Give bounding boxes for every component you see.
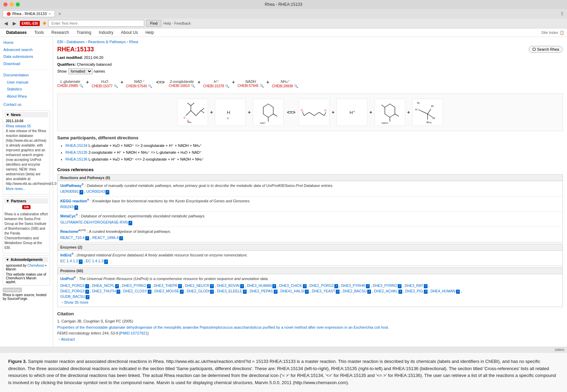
gudb-link[interactable]: GUDB_BACSU bbox=[60, 294, 85, 299]
format-select[interactable]: formatted plain bbox=[68, 68, 93, 74]
new-tab-button[interactable]: + bbox=[56, 10, 63, 17]
maximize-button[interactable] bbox=[16, 2, 20, 7]
nav-databases[interactable]: Databases bbox=[3, 28, 30, 37]
chebi-link[interactable]: CHEBI:28938 bbox=[272, 84, 293, 88]
sidebar-about-rhea[interactable]: About Rhea bbox=[0, 93, 53, 100]
protein-link[interactable]: DHE2_PORG3 bbox=[60, 289, 85, 293]
partners-header[interactable]: ▼ Partners bbox=[4, 198, 48, 204]
protein-link[interactable]: DHE41_HALSI bbox=[280, 289, 304, 293]
back-button[interactable]: ◀ bbox=[3, 20, 9, 27]
metacyc-link[interactable]: GLUTAMATE-DEHYDROGENASE-RXN bbox=[60, 220, 128, 224]
breadcrumb-databases[interactable]: Databases bbox=[67, 40, 85, 44]
nav-about-us[interactable]: About Us bbox=[118, 28, 141, 37]
unipathway-uer[interactable]: UER00591 bbox=[60, 189, 79, 193]
binocular-icon[interactable]: 🔍 bbox=[79, 84, 83, 88]
window-controls[interactable] bbox=[3, 2, 20, 7]
reactome-link1[interactable]: REACT_710.4 bbox=[60, 236, 85, 240]
nav-research[interactable]: Research bbox=[48, 28, 72, 37]
chebi-link[interactable]: CHEBI:57945 bbox=[237, 84, 258, 88]
protein-link[interactable]: DHE2_ACHKL bbox=[374, 289, 398, 293]
forward-button[interactable]: ▶ bbox=[11, 20, 18, 27]
abstract-link[interactable]: →Abstract bbox=[57, 337, 75, 341]
chebi-link[interactable]: CHEBI:16810 bbox=[169, 84, 190, 88]
intenz-ec2[interactable]: EC 1.4.1.3 bbox=[86, 259, 103, 263]
pmid-link[interactable]: PMID:15727821 bbox=[120, 331, 148, 335]
ack-header[interactable]: ▼ Acknowledgements bbox=[4, 257, 48, 262]
protein-link[interactable]: DHE2_PEPAS bbox=[250, 289, 273, 293]
unipathway-ucr[interactable]: UCR00243 bbox=[86, 189, 105, 193]
breadcrumb-ebi[interactable]: EBI bbox=[57, 40, 63, 44]
rhea-15136-link[interactable]: RHEA:15136 bbox=[65, 157, 87, 161]
reactome-link2[interactable]: REACT_1896.4 bbox=[92, 236, 119, 240]
protein-link[interactable]: DHE3_RAT bbox=[405, 283, 423, 288]
show-more-link[interactable]: →Show 35 more bbox=[60, 300, 88, 304]
protein-link[interactable]: DHE3_PIG bbox=[405, 289, 423, 293]
citation-article-link[interactable]: Properties of the thermostable glutamate… bbox=[57, 325, 389, 329]
breadcrumb-rhea[interactable]: Rhea bbox=[129, 40, 138, 44]
breadcrumb-reactions[interactable]: Reactions & Pathways bbox=[88, 40, 126, 44]
chebi-link[interactable]: CHEBI:15377 bbox=[91, 84, 112, 88]
unipathway-name[interactable]: UniPathway bbox=[60, 183, 82, 187]
nav-industry[interactable]: Industry bbox=[95, 28, 117, 37]
sidebar-home[interactable]: Home bbox=[0, 39, 53, 46]
protein-link[interactable]: DHEA_NICPL bbox=[92, 283, 114, 288]
protein-link[interactable]: DHE3_CHICK bbox=[279, 283, 302, 288]
binocular-icon[interactable]: 🔍 bbox=[114, 84, 118, 88]
protein-link[interactable]: DHE3_MOUSE bbox=[155, 289, 179, 293]
protein-link[interactable]: DHE3_HUMAN bbox=[247, 283, 272, 288]
chebi-link[interactable]: CHEBI:15378 bbox=[203, 84, 224, 88]
protein-link[interactable]: DHE4_HUMAN bbox=[430, 289, 455, 293]
binocular-icon[interactable]: 🔍 bbox=[260, 84, 264, 88]
protein-link[interactable]: DHE2_THUTH bbox=[92, 289, 115, 293]
rhea-15134-link[interactable]: RHEA:15134 bbox=[65, 143, 87, 148]
share-icon[interactable]: ⇧ bbox=[560, 11, 564, 16]
intenz-name[interactable]: IntEnz bbox=[60, 253, 72, 257]
uniprot-name[interactable]: UniProt bbox=[60, 277, 74, 281]
sidebar-contact-us[interactable]: Contact us bbox=[0, 101, 53, 108]
protein-link[interactable]: DHE2_GLODI bbox=[187, 289, 210, 293]
find-button[interactable]: Find bbox=[146, 20, 161, 27]
kegg-link[interactable]: R00243 bbox=[60, 205, 74, 209]
reactome-name[interactable]: Reactome bbox=[60, 229, 78, 233]
protein-link[interactable]: DHE3_PYRRO bbox=[373, 283, 397, 288]
close-button[interactable] bbox=[3, 2, 8, 7]
kegg-name[interactable]: KEGG reaction bbox=[60, 199, 87, 203]
binocular-icon[interactable]: 🔍 bbox=[294, 84, 298, 88]
protein-link[interactable]: DHE2_BACSU bbox=[343, 289, 367, 293]
browser-tab[interactable]: 🔴 Rhea - RHEA:15133 ✕ bbox=[3, 10, 55, 17]
binocular-icon[interactable]: 🔍 bbox=[225, 84, 229, 88]
nav-tools[interactable]: Tools bbox=[31, 28, 47, 37]
protein-link[interactable]: DHE2_PORG3 bbox=[309, 283, 334, 288]
rhea-15135-link[interactable]: RHEA:15135 bbox=[65, 150, 87, 154]
protein-link[interactable]: DHE2_CLOSY bbox=[123, 289, 147, 293]
nav-help[interactable]: Help bbox=[142, 28, 157, 37]
chemaxon-logo[interactable]: ChemAxon bbox=[27, 264, 44, 267]
protein-link[interactable]: DHE3_BOVIN bbox=[217, 283, 240, 288]
protein-link[interactable]: DHE3_PORG3 bbox=[60, 283, 85, 288]
binocular-icon[interactable]: 🔍 bbox=[191, 84, 195, 88]
more-news-link[interactable]: More news... bbox=[6, 186, 47, 191]
search-rhea-button[interactable]: Search Rhea bbox=[529, 46, 563, 53]
sidebar-download[interactable]: Download bbox=[0, 60, 53, 67]
tab-close-icon[interactable]: ✕ bbox=[48, 12, 51, 16]
sidebar-statistics[interactable]: Statistics bbox=[0, 86, 53, 93]
chebi-link[interactable]: CHEBI:57540 bbox=[126, 84, 147, 88]
protein-link[interactable]: DHE3_THEPR bbox=[153, 283, 177, 288]
sidebar-data-submissions[interactable]: Data submissions bbox=[0, 53, 53, 60]
minimize-button[interactable] bbox=[10, 2, 14, 7]
metacyc-name[interactable]: MetaCyc bbox=[60, 214, 76, 218]
chebi-link[interactable]: CHEBI:29985 bbox=[57, 84, 78, 88]
news-title-link[interactable]: Rhea release 55 bbox=[6, 124, 47, 129]
address-input[interactable] bbox=[48, 20, 144, 27]
sidebar-advanced-search[interactable]: Advanced search bbox=[0, 46, 53, 53]
sidebar-user-manual[interactable]: User manual bbox=[0, 79, 53, 86]
sidebar-documentation[interactable]: Documentation bbox=[0, 72, 53, 79]
protein-link[interactable]: DHE2_NEUCR bbox=[185, 283, 209, 288]
protein-link[interactable]: DHE3_PYRKO bbox=[122, 283, 146, 288]
binocular-icon[interactable]: 🔍 bbox=[148, 84, 152, 88]
protein-link[interactable]: DHE3_ELEELE bbox=[217, 289, 242, 293]
protein-link[interactable]: DHE3_YEAST bbox=[312, 289, 335, 293]
protein-link[interactable]: DHE3_PYRHR bbox=[341, 283, 366, 288]
intenz-ec1[interactable]: EC 1.4.1.2 bbox=[60, 259, 78, 263]
nav-training[interactable]: Training bbox=[73, 28, 95, 37]
